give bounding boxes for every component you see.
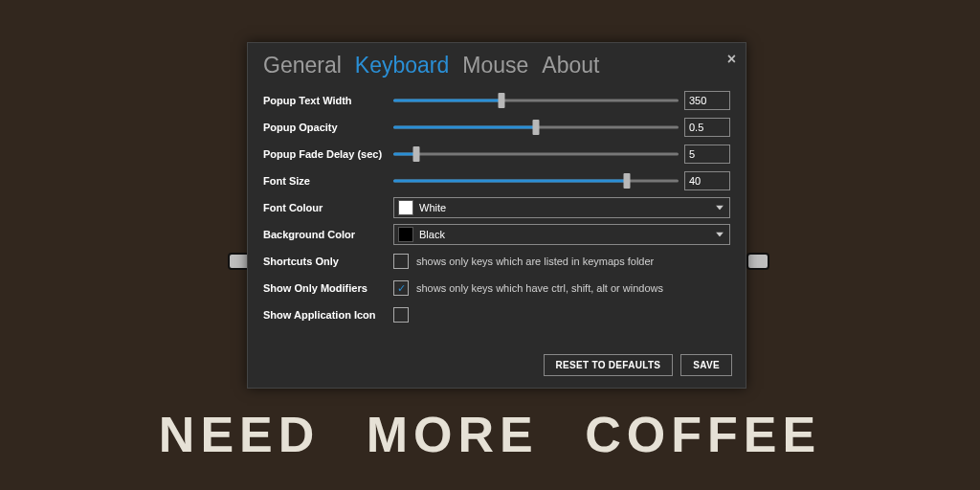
slider-popup-fade-delay[interactable] [393, 147, 679, 161]
input-popup-opacity[interactable]: 0.5 [684, 118, 730, 137]
input-popup-fade-delay[interactable]: 5 [684, 145, 730, 164]
close-icon[interactable]: × [727, 51, 736, 68]
label-show-app-icon: Show Application Icon [263, 309, 393, 321]
settings-dialog: × General Keyboard Mouse About Popup Tex… [247, 42, 746, 389]
select-font-colour-value: White [419, 202, 446, 213]
swatch-font-colour [398, 200, 413, 215]
svg-marker-0 [716, 206, 724, 211]
hint-show-only-modifiers: shows only keys which have ctrl, shift, … [416, 282, 663, 294]
label-show-only-modifiers: Show Only Modifiers [263, 282, 393, 294]
chevron-down-icon [716, 233, 724, 237]
select-font-colour[interactable]: White [393, 197, 730, 218]
label-popup-opacity: Popup Opacity [263, 122, 393, 133]
row-popup-opacity: Popup Opacity 0.5 [263, 115, 730, 140]
select-background-color-value: Black [419, 229, 445, 240]
svg-marker-1 [716, 233, 724, 237]
hint-shortcuts-only: shows only keys which are listed in keym… [416, 256, 654, 267]
slider-popup-text-width[interactable] [393, 94, 679, 107]
row-popup-fade-delay: Popup Fade Delay (sec) 5 [263, 142, 730, 167]
label-shortcuts-only: Shortcuts Only [263, 256, 393, 267]
row-show-app-icon: Show Application Icon [263, 302, 730, 327]
label-popup-fade-delay: Popup Fade Delay (sec) [263, 148, 393, 160]
tab-mouse[interactable]: Mouse [462, 53, 528, 78]
label-font-colour: Font Colour [263, 202, 393, 213]
background-text: NEED MORE COFFEE [0, 406, 980, 463]
row-show-only-modifiers: Show Only Modifiers ✓ shows only keys wh… [263, 276, 730, 301]
row-shortcuts-only: Shortcuts Only shows only keys which are… [263, 249, 730, 274]
select-background-color[interactable]: Black [393, 224, 730, 245]
slider-popup-opacity[interactable] [393, 121, 679, 134]
row-font-size: Font Size 40 [263, 168, 730, 193]
tab-keyboard[interactable]: Keyboard [355, 53, 449, 78]
reset-to-defaults-button[interactable]: RESET TO DEFAULTS [544, 354, 674, 376]
label-font-size: Font Size [263, 175, 393, 187]
row-font-colour: Font Colour White [263, 195, 730, 220]
row-background-color: Background Color Black [263, 222, 730, 247]
checkbox-show-app-icon[interactable] [393, 307, 409, 323]
bg-shape [746, 253, 769, 270]
slider-font-size[interactable] [393, 174, 679, 188]
label-background-color: Background Color [263, 229, 393, 240]
dialog-footer: RESET TO DEFAULTS SAVE [248, 335, 746, 388]
checkbox-shortcuts-only[interactable] [393, 254, 409, 269]
save-button[interactable]: SAVE [680, 354, 732, 376]
tab-about[interactable]: About [542, 53, 599, 78]
chevron-down-icon [716, 206, 724, 211]
row-popup-text-width: Popup Text Width 350 [263, 88, 730, 113]
input-popup-text-width[interactable]: 350 [684, 91, 730, 110]
form-body: Popup Text Width 350 Popup Opacity 0.5 P… [248, 84, 746, 335]
label-popup-text-width: Popup Text Width [263, 95, 393, 106]
input-font-size[interactable]: 40 [684, 171, 730, 190]
swatch-background-color [398, 227, 413, 242]
tab-bar: General Keyboard Mouse About [248, 43, 746, 84]
tab-general[interactable]: General [263, 53, 342, 78]
checkbox-show-only-modifiers[interactable]: ✓ [393, 280, 409, 296]
